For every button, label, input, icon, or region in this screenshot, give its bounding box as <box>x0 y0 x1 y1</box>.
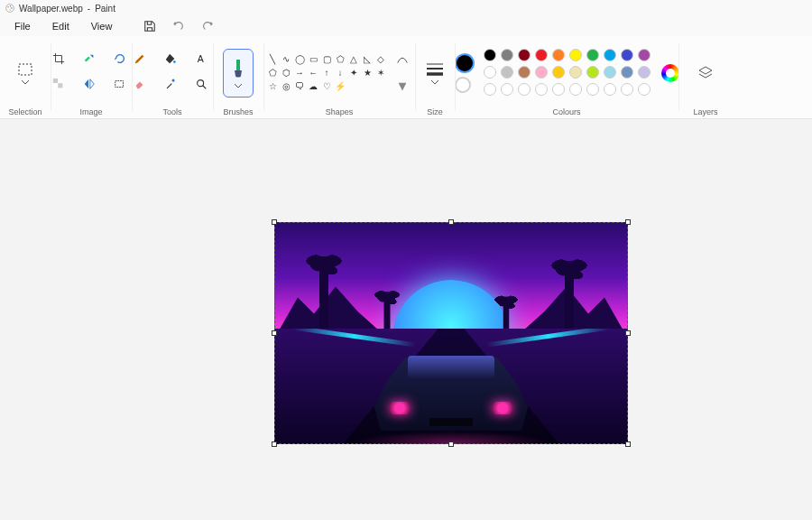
swatch[interactable] <box>638 66 651 79</box>
primary-colour[interactable] <box>455 53 475 73</box>
title-bar: Wallpaper.webp - Paint <box>0 0 812 16</box>
swatch-empty[interactable] <box>484 83 496 96</box>
resize-handle-ne[interactable] <box>625 219 631 225</box>
shape-oval-icon[interactable]: ◯ <box>294 54 305 65</box>
shape-rtriangle-icon[interactable]: ◺ <box>362 54 373 65</box>
resize-handle-w[interactable] <box>272 330 277 336</box>
swatch-empty[interactable] <box>621 83 633 96</box>
title-appname: Paint <box>95 4 115 14</box>
swatch[interactable] <box>604 49 616 61</box>
select-tool[interactable] <box>13 55 38 91</box>
shape-cloud-icon[interactable]: ☁ <box>308 81 318 92</box>
shape-arrowl-icon[interactable]: ← <box>308 68 318 79</box>
crop-tool[interactable] <box>50 50 68 68</box>
swatch[interactable] <box>552 66 565 79</box>
swatch[interactable] <box>569 66 582 79</box>
canvas-selection[interactable] <box>274 222 628 444</box>
undo-button[interactable] <box>170 17 188 35</box>
swatch[interactable] <box>501 49 513 61</box>
picker-tool[interactable] <box>161 75 180 93</box>
swatch[interactable] <box>586 49 599 61</box>
resize-tool[interactable] <box>80 50 98 68</box>
paint-app-icon <box>5 4 14 13</box>
secondary-colour[interactable] <box>455 77 471 93</box>
swatch[interactable] <box>604 66 616 79</box>
rotate-tool[interactable] <box>111 50 129 68</box>
shape-4star-icon[interactable]: ✦ <box>348 68 359 79</box>
resize-handle-se[interactable] <box>625 441 631 447</box>
shape-fill-button[interactable] <box>393 78 411 96</box>
shape-arrowu-icon[interactable]: ↑ <box>321 68 332 79</box>
group-label-selection: Selection <box>8 107 42 116</box>
svg-rect-15 <box>236 60 240 70</box>
swatch-empty[interactable] <box>501 83 513 96</box>
swatch[interactable] <box>518 66 531 79</box>
resize-handle-nw[interactable] <box>272 219 277 225</box>
resize-handle-sw[interactable] <box>272 441 277 447</box>
shape-callout-icon[interactable]: 🗨 <box>294 81 305 92</box>
swatch-empty[interactable] <box>518 83 531 96</box>
shape-heart-icon[interactable]: ♡ <box>321 81 332 92</box>
shape-arrowr-icon[interactable]: → <box>294 68 305 79</box>
flip-tool[interactable] <box>80 75 98 93</box>
canvas-area[interactable] <box>0 119 812 520</box>
swatch-empty[interactable] <box>586 83 599 96</box>
svg-point-14 <box>198 79 204 86</box>
swatch-empty[interactable] <box>604 83 616 96</box>
swatch[interactable] <box>621 49 633 61</box>
shape-5star-icon[interactable]: ★ <box>362 68 373 79</box>
swatch[interactable] <box>638 49 651 61</box>
colour-wheel-icon <box>661 64 679 82</box>
shape-diamond-icon[interactable]: ◇ <box>375 54 386 65</box>
shape-6star-icon[interactable]: ✶ <box>375 68 386 79</box>
swatch[interactable] <box>518 49 531 61</box>
shape-ovalcall-icon[interactable]: ◎ <box>281 81 291 92</box>
swatch[interactable] <box>484 49 496 61</box>
shape-line-icon[interactable]: ╲ <box>267 54 278 65</box>
pencil-tool[interactable] <box>131 50 149 68</box>
swatch[interactable] <box>586 66 599 79</box>
skew-tool[interactable] <box>111 75 129 93</box>
group-label-shapes: Shapes <box>326 107 354 116</box>
resize-handle-e[interactable] <box>625 330 631 336</box>
layers-button[interactable] <box>697 64 715 82</box>
swatch-empty[interactable] <box>638 83 651 96</box>
zoom-tool[interactable] <box>192 75 210 93</box>
shape-hexagon-icon[interactable]: ⬡ <box>281 68 291 79</box>
swatch[interactable] <box>621 66 633 79</box>
transparent-select-tool[interactable] <box>50 75 68 93</box>
text-tool[interactable]: A <box>192 50 210 68</box>
eraser-tool[interactable] <box>131 75 149 93</box>
redo-button[interactable] <box>198 17 217 35</box>
size-picker[interactable] <box>425 61 445 84</box>
swatch-empty[interactable] <box>552 83 565 96</box>
swatch[interactable] <box>535 49 548 61</box>
resize-handle-n[interactable] <box>448 219 454 225</box>
shape-roundcall-icon[interactable]: ☆ <box>267 81 278 92</box>
shape-polygon-icon[interactable]: ⬠ <box>335 54 346 65</box>
fill-tool[interactable] <box>161 50 180 68</box>
save-button[interactable] <box>141 17 159 35</box>
resize-handle-s[interactable] <box>448 441 454 447</box>
shape-curve-icon[interactable]: ∿ <box>281 54 291 65</box>
swatch-empty[interactable] <box>569 83 582 96</box>
swatch[interactable] <box>501 66 513 79</box>
shape-outline-button[interactable] <box>393 51 411 69</box>
swatch-empty[interactable] <box>535 83 548 96</box>
shape-lightning-icon[interactable]: ⚡ <box>335 81 346 92</box>
edit-colours-button[interactable] <box>661 64 679 82</box>
shape-pentagon-icon[interactable]: ⬠ <box>267 68 278 79</box>
menu-view[interactable]: View <box>82 18 122 34</box>
swatch[interactable] <box>484 66 496 79</box>
brush-tool[interactable] <box>223 49 254 98</box>
swatch[interactable] <box>569 49 582 61</box>
shape-triangle-icon[interactable]: △ <box>348 54 359 65</box>
swatch[interactable] <box>552 49 565 61</box>
shape-roundrect-icon[interactable]: ▢ <box>321 54 332 65</box>
shapes-gallery[interactable]: ╲ ∿ ◯ ▭ ▢ ⬠ △ ◺ ◇ ⬠ ⬡ → ← ↑ ↓ ✦ ★ <box>267 54 386 92</box>
shape-arrowd-icon[interactable]: ↓ <box>335 68 346 79</box>
shape-rect-icon[interactable]: ▭ <box>308 54 318 65</box>
swatch[interactable] <box>535 66 548 79</box>
menu-edit[interactable]: Edit <box>43 18 78 34</box>
menu-file[interactable]: File <box>5 18 40 34</box>
